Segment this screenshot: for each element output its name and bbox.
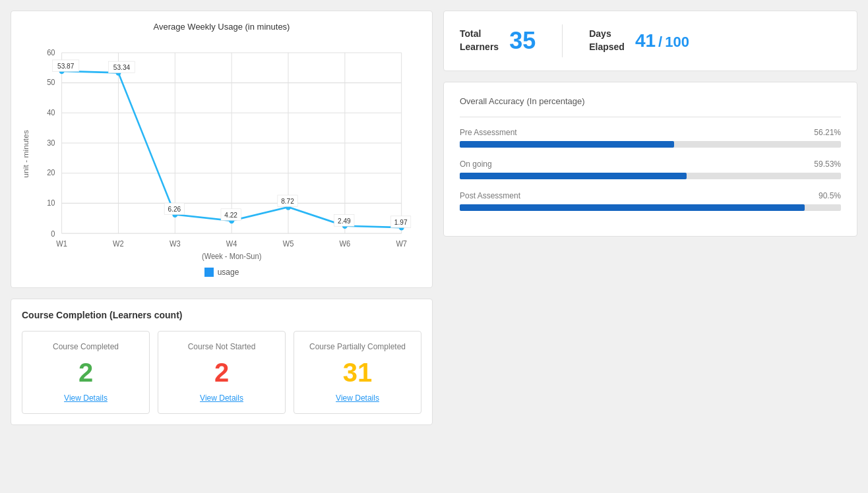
pre-assessment-value: 56.21% [814, 128, 841, 137]
chart-card: Average Weekly Usage (in minutes) unit -… [11, 11, 433, 288]
completed-count: 2 [78, 359, 93, 386]
pre-assessment-header: Pre Assessment 56.21% [460, 128, 841, 137]
days-elapsed-total: 100 [665, 34, 689, 51]
not-started-label: Course Not Started [188, 342, 256, 351]
completion-box-not-started: Course Not Started 2 View Details [158, 331, 286, 414]
completed-view-details[interactable]: View Details [64, 393, 108, 403]
svg-text:6.26: 6.26 [168, 205, 181, 213]
ongoing-label: On going [460, 160, 492, 169]
left-panel: Average Weekly Usage (in minutes) unit -… [11, 11, 433, 425]
accuracy-title-main: Overall Accuracy [460, 96, 524, 106]
svg-text:0: 0 [51, 229, 55, 237]
ongoing-header: On going 59.53% [460, 160, 841, 169]
post-assessment-bar-fill [460, 204, 805, 211]
days-elapsed-value-group: 41 / 100 [635, 30, 689, 51]
svg-text:W1: W1 [56, 239, 67, 247]
days-elapsed-label: DaysElapsed [589, 28, 625, 53]
svg-text:W6: W6 [340, 239, 351, 247]
svg-text:8.72: 8.72 [281, 197, 294, 205]
main-layout: Average Weekly Usage (in minutes) unit -… [11, 11, 857, 425]
svg-text:(Week - Mon-Sun): (Week - Mon-Sun) [202, 252, 262, 260]
chart-svg: unit - minutes 60 50 40 30 20 10 [22, 38, 421, 262]
not-started-count: 2 [214, 359, 229, 386]
stats-card: TotalLearners 35 DaysElapsed 41 / 100 [443, 11, 857, 71]
svg-text:W3: W3 [170, 239, 181, 247]
accuracy-card: Overall Accuracy (In percentage) Pre Ass… [443, 82, 857, 237]
accuracy-divider [460, 117, 841, 117]
completion-box-partial: Course Partially Completed 31 View Detai… [294, 331, 421, 414]
svg-text:1.97: 1.97 [394, 218, 408, 226]
svg-text:W7: W7 [396, 239, 407, 247]
accuracy-ongoing: On going 59.53% [460, 160, 841, 179]
post-assessment-label: Post Assessment [460, 191, 520, 200]
svg-text:unit - minutes: unit - minutes [22, 130, 30, 178]
svg-text:53.34: 53.34 [113, 63, 130, 71]
post-assessment-value: 90.5% [819, 191, 841, 200]
legend-color-box [204, 268, 214, 277]
svg-text:10: 10 [47, 199, 55, 207]
partial-label: Course Partially Completed [309, 342, 406, 351]
chart-title: Average Weekly Usage (in minutes) [22, 22, 421, 32]
stat-divider [562, 24, 563, 57]
svg-text:40: 40 [47, 109, 55, 117]
completion-boxes: Course Completed 2 View Details Course N… [22, 331, 421, 414]
days-elapsed-item: DaysElapsed 41 / 100 [589, 28, 689, 53]
completed-label: Course Completed [53, 342, 119, 351]
svg-text:4.22: 4.22 [224, 211, 237, 219]
svg-text:20: 20 [47, 169, 55, 177]
legend-label: usage [218, 268, 239, 277]
accuracy-title: Overall Accuracy (In percentage) [460, 96, 841, 106]
chart-legend: usage [22, 268, 421, 277]
right-panel: TotalLearners 35 DaysElapsed 41 / 100 Ov… [443, 11, 857, 425]
completion-box-completed: Course Completed 2 View Details [22, 331, 150, 414]
ongoing-bar-fill [460, 173, 687, 179]
pre-assessment-bar-bg [460, 141, 841, 148]
svg-text:W2: W2 [113, 239, 124, 247]
total-learners-value: 35 [509, 27, 536, 55]
svg-text:53.87: 53.87 [57, 62, 74, 70]
completion-title: Course Completion (Learners count) [22, 310, 421, 320]
partial-view-details[interactable]: View Details [336, 393, 379, 403]
ongoing-bar-bg [460, 173, 841, 179]
accuracy-pre-assessment: Pre Assessment 56.21% [460, 128, 841, 148]
accuracy-post-assessment: Post Assessment 90.5% [460, 191, 841, 211]
svg-text:2.49: 2.49 [338, 216, 351, 224]
pre-assessment-bar-fill [460, 141, 674, 148]
post-assessment-bar-bg [460, 204, 841, 211]
days-elapsed-value: 41 [635, 30, 656, 51]
completion-card: Course Completion (Learners count) Cours… [11, 299, 433, 425]
ongoing-value: 59.53% [814, 160, 841, 169]
total-learners-item: TotalLearners 35 [460, 27, 536, 55]
total-learners-label: TotalLearners [460, 28, 499, 53]
svg-text:W4: W4 [226, 239, 237, 247]
svg-text:30: 30 [47, 139, 55, 147]
post-assessment-header: Post Assessment 90.5% [460, 191, 841, 200]
accuracy-subtitle: (In percentage) [526, 96, 584, 106]
svg-text:50: 50 [47, 78, 55, 86]
chart-area: unit - minutes 60 50 40 30 20 10 [22, 38, 421, 262]
partial-count: 31 [343, 359, 373, 386]
not-started-view-details[interactable]: View Details [200, 393, 243, 403]
svg-text:60: 60 [47, 49, 55, 57]
days-elapsed-separator: / [658, 34, 662, 51]
svg-text:W5: W5 [283, 239, 294, 247]
pre-assessment-label: Pre Assessment [460, 128, 517, 137]
